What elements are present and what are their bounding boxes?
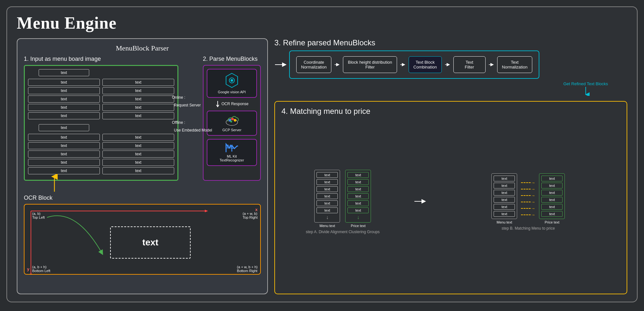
cell: text	[28, 104, 100, 111]
dash-arrow-1: →	[521, 180, 535, 185]
svg-text:ML: ML	[227, 144, 234, 150]
mlkit-label: ML Kit	[211, 154, 253, 158]
cell: text	[102, 142, 174, 149]
menu-column-b: text text text text text text	[491, 173, 517, 219]
price-b-item-2: text	[541, 183, 563, 188]
cell: text	[102, 104, 174, 111]
ocr-block-section: OCR Block x y (a, b)Top	[24, 195, 261, 275]
price-item-5: text	[347, 200, 369, 206]
price-b-item-3: text	[541, 190, 563, 196]
price-column-b: text text text text text text	[539, 173, 565, 219]
main-container: Menu Engine MenuBlock Parser 1. Input as…	[6, 6, 638, 302]
offline-label: Offline :	[172, 119, 212, 126]
ocr-response-label: OCR Response	[215, 101, 248, 107]
header-cell-2: text	[39, 124, 89, 131]
cell: text	[28, 167, 100, 174]
price-item-2: text	[347, 179, 369, 185]
svg-marker-12	[30, 274, 32, 274]
right-panel: 3. Refine parsed MenuBlocks CoordinateNo…	[274, 38, 627, 294]
cell: text	[102, 79, 174, 86]
pipe-arrow-1	[334, 61, 340, 68]
online-label: Online :	[172, 94, 212, 101]
dash-head-6: →	[531, 212, 535, 217]
pipeline-step-4: TextFilter	[453, 56, 486, 73]
pipe-arrow-2	[400, 61, 406, 68]
down-arrow-cyan	[582, 86, 590, 96]
dash-arrow-6: →	[521, 212, 535, 217]
grid-col-4: text text text text text	[102, 124, 174, 177]
left-panel: MenuBlock Parser 1. Input as menu board …	[17, 38, 268, 294]
menu-item-2: text	[317, 179, 338, 185]
menu-text-label-a: Menu text	[319, 224, 335, 228]
step4-title: 4. Matching menu to price	[281, 107, 620, 116]
cell: text	[102, 151, 174, 158]
cell: text	[102, 96, 174, 103]
dash-arrow-5: →	[521, 206, 535, 211]
step-a-label: step A. Divide Alignment Clustering Grou…	[306, 230, 380, 234]
step-b-menu-col: text text text text text text Menu text	[491, 173, 517, 224]
dashed-rect: text	[110, 226, 191, 259]
price-text-label-a: Price text	[351, 224, 365, 228]
svg-point-7	[230, 121, 232, 123]
price-b-item-4: text	[541, 197, 563, 203]
grid-col-3: text text text text text text	[28, 124, 100, 177]
grid-col-1: text text text text text text	[28, 69, 100, 122]
cell: text	[102, 159, 174, 166]
dash-line-3	[521, 195, 531, 196]
gcp-box: GCP Server	[207, 111, 257, 136]
cell: text	[28, 159, 100, 166]
step-ab-arrow-svg	[414, 197, 427, 206]
dash-arrow-4: →	[521, 199, 535, 205]
pipeline-step-1: CoordinateNormalization	[296, 56, 331, 73]
axis-x-label: x	[255, 207, 258, 212]
dash-line-5	[521, 208, 531, 209]
svg-point-5	[231, 118, 234, 120]
ocr-block-box: x y (a, b)Top Left (a + w, b)Top Right (…	[24, 204, 261, 275]
corner-tr: (a + w, b)Top Right	[243, 212, 258, 219]
menu-item-4: text	[317, 193, 338, 199]
price-item-6: text	[347, 207, 369, 213]
cell: text	[28, 79, 100, 86]
menu-item-3: text	[317, 186, 338, 192]
cell: text	[28, 142, 100, 149]
step-b-group: text text text text text text Menu text	[436, 173, 620, 231]
step-b-price-col: text text text text text text Price text	[539, 173, 565, 224]
google-vision-box: Google vision API	[207, 69, 257, 98]
pipeline-box: CoordinateNormalization Block height dis…	[289, 50, 539, 79]
cell: text	[28, 134, 100, 141]
step4-section: 4. Matching menu to price text text text	[274, 101, 627, 294]
grid-col-2: text text text text text	[102, 69, 174, 122]
dash-head-4: →	[531, 199, 535, 205]
content-row: MenuBlock Parser 1. Input as menu board …	[17, 38, 627, 294]
pipeline-step-3: Text BlockCombination	[409, 56, 442, 73]
menu-b-item-4: text	[494, 197, 515, 203]
curve-arrow-svg	[44, 214, 108, 262]
dash-head-1: →	[531, 180, 535, 185]
dash-head-5: →	[531, 206, 535, 211]
menu-b-item-1: text	[494, 176, 515, 181]
dash-head-2: →	[531, 187, 535, 192]
svg-point-6	[234, 119, 236, 122]
mlkit-icon: ML	[225, 143, 239, 153]
price-item-3: text	[347, 186, 369, 192]
price-b-item-1: text	[541, 176, 563, 181]
cell: text	[28, 151, 100, 158]
corner-tl: (a, b)Top Left	[32, 212, 45, 219]
menu-text-label-b: Menu text	[497, 220, 512, 224]
gcp-icon	[225, 114, 239, 126]
menu-item-1: text	[317, 172, 338, 178]
panel-title: MenuBlock Parser	[24, 44, 261, 52]
step3-title: 3. Refine parsed MenuBlocks	[274, 38, 627, 47]
dash-line-4	[521, 202, 531, 202]
refined-label-row: Get Refined Text Blocks	[274, 80, 608, 96]
mlkit-box: ML ML Kit TextRecognizer	[207, 139, 257, 166]
price-column-a: text text text text text text ↓	[345, 170, 371, 223]
annotation: Online : Request Server Offline : Use Em…	[172, 94, 212, 134]
menu-item-6: text	[317, 207, 338, 213]
dash-line-1	[521, 182, 531, 183]
menu-item-5: text	[317, 200, 338, 206]
dash-arrow-3: →	[521, 193, 535, 198]
dashed-text: text	[142, 237, 158, 248]
step-a-price-col: text text text text text text ↓ Price te	[345, 170, 371, 228]
mlkit-sub: TextRecognizer	[211, 158, 253, 162]
